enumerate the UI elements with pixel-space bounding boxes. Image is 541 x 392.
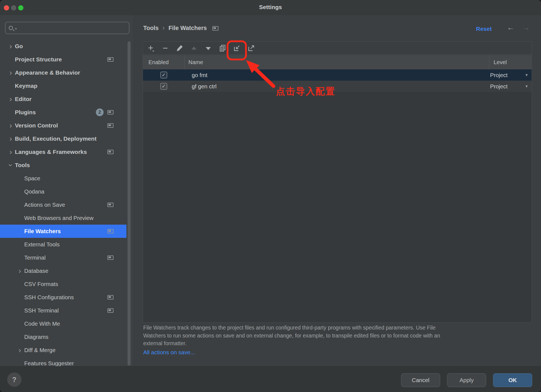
sidebar-item-web-browsers-and-preview[interactable]: Web Browsers and Preview: [0, 211, 126, 225]
sidebar-item-csv-formats[interactable]: CSV Formats: [0, 277, 126, 291]
chevron-right-icon: ›: [7, 42, 15, 50]
chevron-right-icon: ›: [15, 346, 24, 354]
plugins-count-badge: 2: [96, 108, 104, 116]
settings-dialog: Settings ▾ ›Go Project Structure ›Appear…: [0, 0, 541, 392]
import-watchers-button[interactable]: [232, 43, 242, 53]
window-icon: [107, 150, 113, 154]
sidebar-item-terminal[interactable]: Terminal: [0, 251, 126, 264]
sidebar-item-ssh-configurations[interactable]: SSH Configurations: [0, 291, 126, 304]
watchers-toolbar: [143, 42, 532, 55]
search-input[interactable]: ▾: [5, 22, 129, 34]
chevron-right-icon: ›: [7, 135, 15, 143]
breadcrumb-tools[interactable]: Tools: [143, 25, 159, 32]
sidebar-item-version-control[interactable]: ›Version Control: [0, 119, 126, 132]
chevron-right-icon: ›: [7, 121, 15, 130]
enabled-checkbox[interactable]: ✓: [160, 83, 167, 90]
window-icon: [107, 255, 113, 260]
window-icon: [107, 229, 113, 233]
copy-watcher-button[interactable]: [217, 43, 228, 53]
breadcrumb: Tools › File Watchers: [143, 25, 218, 32]
dialog-footer: ? Cancel Apply OK: [0, 366, 541, 392]
sidebar-item-languages-frameworks[interactable]: ›Languages & Frameworks: [0, 145, 126, 159]
chevron-right-icon: ›: [15, 267, 24, 275]
sidebar-item-ssh-terminal[interactable]: SSH Terminal: [0, 304, 126, 317]
column-header-name[interactable]: Name: [184, 55, 489, 69]
window-icon: [107, 308, 113, 313]
dropdown-arrow-icon: ▼: [525, 84, 528, 88]
settings-sidebar: ▾ ›Go Project Structure ›Appearance & Be…: [0, 15, 134, 366]
file-watchers-description: File Watchers track changes to the proje…: [143, 324, 440, 347]
level-value: Project: [490, 83, 508, 90]
window-icon: [107, 57, 113, 62]
sidebar-item-qodana[interactable]: Qodana: [0, 185, 126, 198]
sidebar-item-editor[interactable]: ›Editor: [0, 92, 126, 106]
sidebar-item-diagrams[interactable]: Diagrams: [0, 330, 126, 344]
column-header-level[interactable]: Level: [489, 55, 532, 69]
level-dropdown[interactable]: Project ▼: [489, 83, 532, 90]
breadcrumb-file-watchers: File Watchers: [169, 25, 207, 32]
sidebar-item-keymap[interactable]: Keymap: [0, 79, 126, 92]
window-icon: [107, 203, 113, 207]
sidebar-item-tools[interactable]: ›Tools: [0, 159, 126, 172]
file-watchers-panel: Tools › File Watchers Reset ← →: [134, 15, 541, 366]
settings-tree: ›Go Project Structure ›Appearance & Beha…: [0, 40, 134, 366]
all-actions-on-save-link[interactable]: All actions on save...: [143, 349, 195, 356]
reset-link[interactable]: Reset: [476, 26, 492, 32]
search-icon: [9, 26, 13, 30]
annotation-text: 点击导入配置: [276, 85, 336, 98]
cancel-button[interactable]: Cancel: [401, 373, 440, 387]
window-icon: [107, 295, 113, 300]
level-value: Project: [490, 72, 508, 78]
sidebar-item-go[interactable]: ›Go: [0, 40, 126, 53]
search-caret-icon: ▾: [15, 27, 17, 31]
move-up-button: [189, 43, 199, 53]
export-watchers-button[interactable]: [246, 43, 256, 53]
add-watcher-button[interactable]: [146, 43, 156, 53]
sidebar-item-plugins[interactable]: Plugins2: [0, 106, 126, 119]
forward-arrow-icon: →: [522, 23, 530, 32]
chevron-right-icon: ›: [7, 148, 15, 156]
window-icon: [107, 110, 113, 115]
chevron-right-icon: ›: [7, 69, 15, 77]
remove-watcher-button[interactable]: [160, 43, 171, 53]
level-dropdown[interactable]: Project ▼: [489, 72, 532, 78]
sidebar-item-actions-on-save[interactable]: Actions on Save: [0, 198, 126, 211]
ok-button[interactable]: OK: [493, 373, 532, 387]
column-header-enabled[interactable]: Enabled: [143, 55, 184, 69]
enabled-checkbox[interactable]: ✓: [160, 72, 167, 78]
help-button[interactable]: ?: [7, 372, 21, 387]
sidebar-item-diff-merge[interactable]: ›Diff & Merge: [0, 344, 126, 357]
titlebar: Settings: [0, 0, 541, 15]
watchers-table: Enabled Name Level ✓ go fmt Project ▼ ✓ …: [143, 41, 532, 323]
sidebar-item-features-suggester[interactable]: Features Suggester: [0, 357, 126, 366]
window-icon: [107, 123, 113, 128]
sidebar-item-database[interactable]: ›Database: [0, 264, 126, 277]
sidebar-item-external-tools[interactable]: External Tools: [0, 238, 126, 251]
sidebar-item-space[interactable]: Space: [0, 172, 126, 185]
chevron-right-icon: ›: [7, 95, 15, 103]
edit-watcher-button[interactable]: [174, 43, 185, 53]
move-down-button[interactable]: [203, 43, 213, 53]
sidebar-item-file-watchers[interactable]: File Watchers: [0, 225, 126, 238]
back-arrow-icon[interactable]: ←: [507, 23, 514, 32]
window-title: Settings: [0, 4, 541, 10]
sidebar-item-project-structure[interactable]: Project Structure: [0, 53, 126, 66]
watcher-name: gf gen ctrl: [184, 83, 489, 90]
sidebar-item-appearance-behavior[interactable]: ›Appearance & Behavior: [0, 66, 126, 79]
sidebar-scrollbar[interactable]: [128, 41, 131, 366]
table-row[interactable]: ✓ gf gen ctrl Project ▼: [143, 81, 532, 92]
table-header: Enabled Name Level: [143, 55, 532, 69]
sidebar-item-code-with-me[interactable]: Code With Me: [0, 317, 126, 330]
apply-button[interactable]: Apply: [447, 373, 486, 387]
sidebar-item-build-execution-deployment[interactable]: ›Build, Execution, Deployment: [0, 132, 126, 145]
dropdown-arrow-icon: ▼: [525, 73, 528, 77]
table-row[interactable]: ✓ go fmt Project ▼: [143, 69, 532, 81]
window-icon: [212, 26, 218, 31]
watcher-name: go fmt: [184, 72, 489, 78]
breadcrumb-separator-icon: ›: [163, 24, 165, 32]
chevron-down-icon: ›: [7, 161, 15, 169]
